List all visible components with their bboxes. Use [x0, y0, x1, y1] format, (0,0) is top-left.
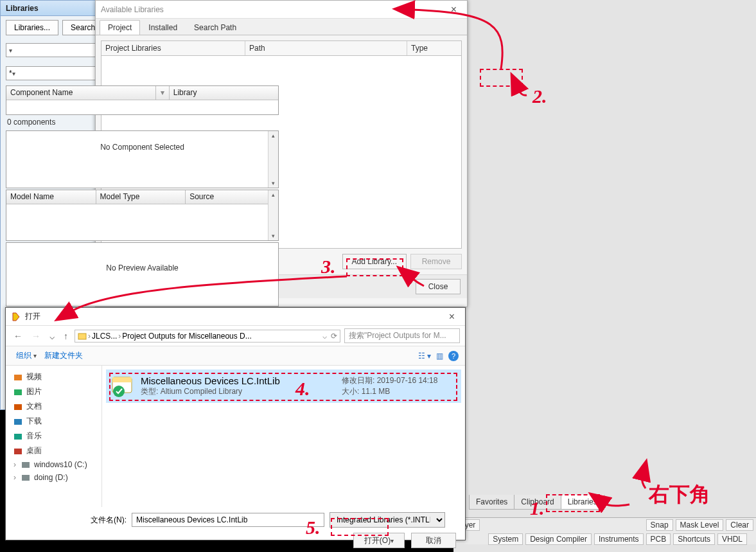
col-model-type[interactable]: Model Type — [96, 190, 186, 204]
new-folder-button[interactable]: 新建文件夹 — [40, 349, 87, 362]
add-library-button[interactable]: Add Library... — [342, 254, 407, 269]
sidebar-item-label: 图片 — [26, 386, 42, 397]
svg-rect-6 — [14, 434, 22, 440]
file-type: 类型: Altium Compiled Library — [141, 386, 280, 397]
app-icon — [11, 312, 21, 322]
help-icon[interactable]: ? — [448, 351, 459, 361]
col-path: Path — [245, 41, 407, 55]
status-pcb[interactable]: PCB — [646, 533, 671, 545]
organize-button[interactable]: 组织 — [12, 349, 40, 362]
panel-bottom-tabs: Favorites Clipboard Libraries — [469, 495, 753, 510]
file-item[interactable]: Miscellaneous Devices LC.IntLib 类型: Alti… — [106, 369, 461, 403]
nav-up-icon[interactable]: ↑ — [61, 331, 71, 341]
tab-installed[interactable]: Installed — [140, 20, 186, 35]
chevron-down-icon[interactable]: ⌵ — [322, 332, 327, 341]
sidebar-item[interactable]: 桌面 — [8, 443, 99, 458]
dialog-titlebar: 打开 × — [6, 308, 465, 326]
col-component-name[interactable]: Component Name — [6, 86, 156, 100]
status-bar: ayer Snap Mask Level Clear System Design… — [453, 517, 756, 544]
svg-marker-0 — [13, 313, 19, 321]
open-file-dialog: 打开 × ← → ⌵ ↑ › JLCS... › Project Outputs… — [5, 307, 466, 540]
expand-icon[interactable]: › — [13, 473, 16, 482]
breadcrumb[interactable]: › JLCS... › Project Outputs for Miscella… — [75, 330, 340, 343]
status-system[interactable]: System — [488, 533, 523, 545]
sidebar-item[interactable]: ›windows10 (C:) — [8, 458, 99, 471]
svg-rect-1 — [78, 334, 86, 339]
sidebar-item[interactable]: 下载 — [8, 414, 99, 429]
intlib-file-icon — [110, 373, 136, 399]
tab-libraries[interactable]: Libraries — [561, 495, 604, 510]
svg-rect-8 — [22, 462, 30, 468]
sidebar-item[interactable]: 文档 — [8, 399, 99, 414]
status-instruments[interactable]: Instruments — [594, 533, 644, 545]
crumb[interactable]: Project Outputs for Miscellaneous D... — [122, 332, 251, 341]
tab-favorites[interactable]: Favorites — [469, 495, 514, 510]
svg-point-12 — [113, 386, 125, 397]
close-icon[interactable]: × — [444, 311, 460, 323]
svg-rect-11 — [112, 377, 132, 382]
tab-search-path[interactable]: Search Path — [186, 20, 245, 35]
open-button[interactable]: 打开(O) — [353, 533, 405, 548]
refresh-icon[interactable]: ⟳ — [331, 332, 337, 341]
folder-icon — [13, 373, 22, 382]
tab-project[interactable]: Project — [100, 20, 140, 35]
status-clear[interactable]: Clear — [726, 519, 753, 531]
nav-forward-icon[interactable]: → — [29, 331, 43, 341]
col-project-libraries: Project Libraries — [101, 41, 245, 55]
sidebar-item-label: 桌面 — [26, 445, 42, 456]
status-mask-level[interactable]: Mask Level — [676, 519, 724, 531]
svg-rect-4 — [14, 404, 22, 410]
sidebar-item-label: 视频 — [26, 371, 42, 382]
col-library[interactable]: Library — [170, 86, 278, 100]
filename-label: 文件名(N): — [91, 515, 127, 526]
libraries-button[interactable]: Libraries... — [6, 20, 58, 35]
nav-recent-icon[interactable]: ⌵ — [47, 331, 57, 341]
tab-clipboard[interactable]: Clipboard — [514, 495, 561, 510]
remove-button: Remove — [410, 254, 462, 269]
sidebar-item[interactable]: 图片 — [8, 384, 99, 399]
status-shortcuts[interactable]: Shortcuts — [673, 533, 715, 545]
filetype-select[interactable]: Integrated Libraries (*.INTLIB — [330, 512, 445, 528]
status-vhdl[interactable]: VHDL — [717, 533, 747, 545]
file-size: 大小: 11.1 MB — [342, 386, 457, 397]
chevron-right-icon: › — [88, 332, 91, 341]
sort-indicator-icon[interactable]: ▾ — [156, 86, 170, 100]
sidebar-item[interactable]: 音乐 — [8, 429, 99, 443]
svg-rect-5 — [14, 419, 22, 425]
folder-icon — [21, 473, 30, 482]
folder-icon — [13, 432, 22, 441]
folder-icon — [13, 387, 22, 396]
dialog-title: 打开 — [25, 311, 40, 322]
status-design-compiler[interactable]: Design Compiler — [525, 533, 592, 545]
sidebar: 视频图片文档下载音乐桌面›windows10 (C:)›doing (D:) — [6, 366, 102, 507]
nav-back-icon[interactable]: ← — [11, 331, 25, 341]
preview-pane-icon[interactable]: ▥ — [436, 352, 443, 361]
close-icon[interactable]: × — [446, 4, 462, 15]
cancel-button[interactable]: 取消 — [411, 533, 456, 548]
col-model-name[interactable]: Model Name — [6, 190, 96, 204]
dialog-titlebar: Available Libraries × — [96, 1, 467, 19]
scrollbar[interactable]: ▴▾ — [268, 131, 278, 188]
panel-title: Libraries — [6, 4, 39, 13]
columns-header: Project Libraries Path Type — [101, 40, 462, 56]
col-source[interactable]: Source — [186, 190, 278, 204]
filename-input[interactable] — [132, 513, 324, 527]
view-options-icon[interactable]: ☷ ▾ — [418, 352, 431, 361]
sidebar-item-label: 下载 — [26, 416, 42, 427]
no-preview-message: No Preview Available — [6, 243, 278, 284]
sidebar-item[interactable]: ›doing (D:) — [8, 471, 99, 484]
svg-rect-2 — [14, 375, 22, 380]
dialog-title: Available Libraries — [101, 5, 164, 14]
file-date: 修改日期: 2019-07-16 14:18 — [342, 375, 457, 386]
close-button[interactable]: Close — [416, 279, 461, 294]
status-snap[interactable]: Snap — [646, 519, 673, 531]
expand-icon[interactable]: › — [13, 460, 16, 469]
search-input[interactable]: 搜索"Project Outputs for M... — [344, 328, 460, 343]
file-list[interactable]: Miscellaneous Devices LC.IntLib 类型: Alti… — [102, 366, 465, 507]
sidebar-item[interactable]: 视频 — [8, 369, 99, 384]
sidebar-item-label: 文档 — [26, 401, 42, 412]
crumb[interactable]: JLCS... — [92, 332, 117, 341]
scrollbar[interactable]: ▴▾ — [268, 190, 278, 240]
svg-rect-9 — [22, 475, 30, 481]
chevron-right-icon: › — [118, 332, 121, 341]
